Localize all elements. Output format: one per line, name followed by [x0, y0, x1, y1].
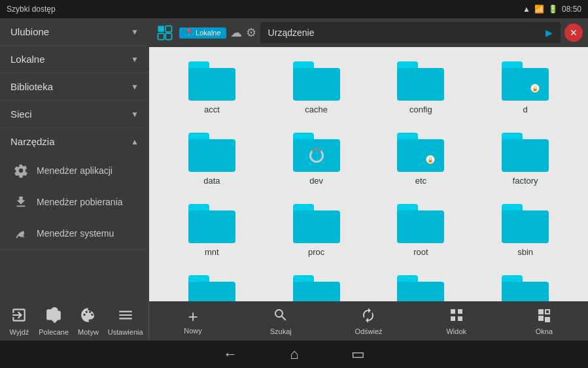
signal-icon: 📶 — [534, 5, 544, 14]
folder-label: proc — [308, 247, 324, 257]
file-item-etc[interactable]: 🔒 etc — [369, 126, 474, 192]
file-item-root[interactable]: root — [369, 197, 474, 263]
refresh-icon — [360, 307, 376, 326]
folder-icon — [293, 61, 340, 101]
windows-label: Okna — [536, 327, 553, 335]
folder-icon — [188, 204, 235, 243]
sidebar-item-download-manager[interactable]: Menedżer pobierania — [0, 186, 149, 218]
search-label: Szukaj — [270, 327, 292, 335]
search-icon — [273, 307, 288, 326]
windows-button[interactable]: Okna — [528, 303, 561, 339]
chevron-down-icon-lokalne: ▼ — [131, 55, 139, 64]
theme-button[interactable]: Motyw — [72, 303, 105, 340]
folder-label: mnt — [205, 247, 219, 257]
file-item-data[interactable]: data — [160, 126, 264, 192]
status-bar: Szybki dostęp ▲ 📶 🔋 08:50 — [0, 0, 588, 18]
sidebar-section-sieci: Sieci ▼ — [0, 101, 149, 128]
system-icon — [13, 226, 29, 241]
sidebar-section-biblioteka: Biblioteka ▼ — [0, 73, 149, 101]
theme-label: Motyw — [78, 328, 99, 336]
folder-label: dev — [309, 176, 323, 186]
file-item-factory[interactable]: factory — [473, 126, 578, 192]
system-manager-label: Menedżer systemu — [37, 228, 114, 239]
view-label: Widok — [446, 327, 466, 335]
toolbar-section-right: + Nowy Szukaj Odświeź — [149, 301, 588, 341]
file-item-cache[interactable]: cache — [264, 55, 369, 121]
wifi-icon: ▲ — [523, 5, 530, 14]
view-toggle-btn[interactable] — [154, 22, 175, 43]
sidebar-section-header-lokalne[interactable]: Lokalne ▼ — [0, 46, 149, 73]
refresh-label: Odświeź — [355, 327, 382, 335]
sidebar-section-header-ulubione[interactable]: Ulubione ▼ — [0, 18, 149, 45]
file-grid: acct cache config 🔒 — [149, 47, 588, 301]
folder-label: factory — [513, 176, 538, 186]
exit-button[interactable]: Wyjdź — [3, 303, 35, 340]
folder-label: config — [409, 105, 432, 114]
search-button[interactable]: Szukaj — [264, 303, 297, 339]
folder-label: data — [203, 176, 220, 186]
folder-icon — [293, 275, 340, 301]
file-item-row4c[interactable] — [369, 269, 474, 301]
file-item-row4b[interactable] — [264, 269, 369, 301]
new-button[interactable]: + Nowy — [177, 304, 209, 339]
sidebar-section-header-narzedzia[interactable]: Narzędzia ▲ — [0, 128, 149, 155]
time-display: 08:50 — [562, 5, 581, 14]
file-item-d[interactable]: 🔒 d — [473, 55, 578, 121]
recent-button[interactable]: ▭ — [351, 346, 365, 363]
folder-icon — [502, 275, 549, 301]
file-item-config[interactable]: config — [369, 55, 474, 121]
folder-icon — [188, 133, 235, 172]
file-item-proc[interactable]: proc — [264, 197, 369, 263]
refresh-button[interactable]: Odświeź — [352, 303, 385, 339]
close-button[interactable]: ✕ — [564, 24, 583, 42]
chevron-down-icon-sieci: ▼ — [131, 110, 139, 119]
sidebar-section-narzedzia: Narzędzia ▲ Menedżer aplikacji — [0, 128, 149, 250]
app-title: Szybki dostęp — [7, 5, 56, 14]
folder-icon — [397, 204, 444, 243]
file-item-row4a[interactable] — [160, 269, 264, 301]
sidebar-tools-list: Menedżer aplikacji Menedżer pobierania — [0, 155, 149, 249]
gear-icon — [13, 163, 29, 178]
settings-button[interactable]: Ustawienia — [105, 303, 146, 340]
folder-icon — [397, 61, 444, 101]
folder-icon — [502, 133, 549, 172]
settings-icon — [117, 307, 134, 326]
file-item-sbin[interactable]: sbin — [473, 197, 578, 263]
sidebar-label-ulubione: Ulubione — [10, 26, 49, 37]
back-button[interactable]: ← — [223, 346, 237, 363]
folder-icon — [397, 275, 444, 301]
file-item-dev[interactable]: dev — [264, 126, 369, 192]
sidebar-label-lokalne: Lokalne — [10, 54, 45, 65]
svg-rect-3 — [165, 33, 171, 39]
folder-label: etc — [415, 176, 426, 186]
favorites-button[interactable]: Polecane — [36, 303, 71, 340]
sidebar-section-header-sieci[interactable]: Sieci ▼ — [0, 101, 149, 127]
folder-icon — [188, 61, 235, 101]
sidebar: Ulubione ▼ Lokalne ▼ Biblioteka ▼ Sieci … — [0, 18, 149, 301]
spinner-overlay — [309, 148, 324, 163]
sidebar-section-header-biblioteka[interactable]: Biblioteka ▼ — [0, 73, 149, 100]
folder-icon: 🔒 — [502, 61, 549, 101]
file-item-mnt[interactable]: mnt — [160, 197, 264, 263]
sidebar-item-app-manager[interactable]: Menedżer aplikacji — [0, 155, 149, 186]
sync-icon: ⚙ — [246, 25, 256, 40]
new-label: Nowy — [184, 327, 202, 335]
folder-icon: 🔒 — [397, 133, 444, 172]
download-icon — [13, 194, 29, 210]
folder-icon — [188, 275, 235, 301]
file-item-row4d[interactable] — [473, 269, 578, 301]
svg-rect-1 — [165, 26, 171, 32]
file-item-acct[interactable]: acct — [160, 55, 264, 121]
breadcrumb-bar: Urządzenie ▶ — [260, 22, 561, 43]
settings-label: Ustawienia — [108, 328, 143, 336]
home-button[interactable]: ⌂ — [290, 346, 298, 363]
toolbar-section-left: Wyjdź Polecane Motyw Us — [0, 301, 149, 341]
app-manager-label: Menedżer aplikacji — [37, 165, 112, 176]
bottom-toolbar: Wyjdź Polecane Motyw Us — [0, 301, 588, 341]
folder-icon — [293, 133, 340, 172]
location-badge: 📍 Lokalne — [179, 27, 226, 39]
view-icon — [449, 307, 464, 326]
sidebar-item-system-manager[interactable]: Menedżer systemu — [0, 218, 149, 249]
view-button[interactable]: Widok — [440, 303, 473, 339]
sidebar-label-sieci: Sieci — [10, 109, 32, 120]
